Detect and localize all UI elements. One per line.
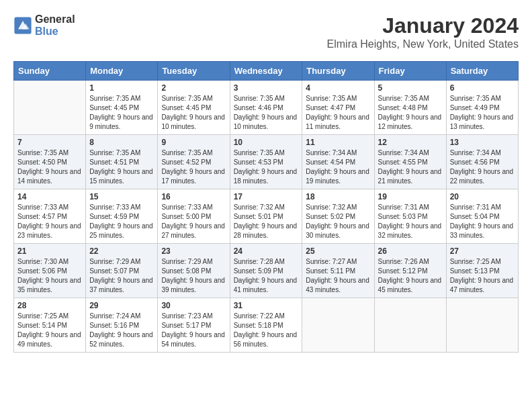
day-number: 23 bbox=[161, 246, 226, 256]
day-info: Sunrise: 7:32 AMSunset: 5:02 PMDaylight:… bbox=[306, 203, 370, 240]
day-info: Sunrise: 7:33 AMSunset: 4:57 PMDaylight:… bbox=[17, 203, 82, 240]
day-number: 7 bbox=[17, 138, 82, 147]
day-number: 14 bbox=[17, 192, 82, 201]
calendar-cell: 15Sunrise: 7:33 AMSunset: 4:59 PMDayligh… bbox=[86, 189, 158, 244]
day-info: Sunrise: 7:28 AMSunset: 5:09 PMDaylight:… bbox=[234, 257, 299, 295]
day-info: Sunrise: 7:31 AMSunset: 5:03 PMDaylight:… bbox=[378, 203, 443, 240]
day-info: Sunrise: 7:35 AMSunset: 4:46 PMDaylight:… bbox=[234, 94, 299, 132]
day-number: 5 bbox=[378, 83, 443, 93]
day-number: 10 bbox=[234, 138, 299, 147]
day-number: 27 bbox=[450, 246, 515, 256]
calendar-cell: 24Sunrise: 7:28 AMSunset: 5:09 PMDayligh… bbox=[230, 244, 302, 298]
day-number: 30 bbox=[161, 301, 226, 310]
day-info: Sunrise: 7:29 AMSunset: 5:08 PMDaylight:… bbox=[161, 257, 226, 295]
day-number: 4 bbox=[306, 83, 370, 93]
calendar-week-5: 28Sunrise: 7:25 AMSunset: 5:14 PMDayligh… bbox=[14, 298, 519, 353]
calendar-cell bbox=[14, 81, 86, 135]
month-title: January 2024 bbox=[327, 13, 519, 38]
day-info: Sunrise: 7:35 AMSunset: 4:48 PMDaylight:… bbox=[378, 94, 443, 132]
header-sunday: Sunday bbox=[14, 62, 86, 81]
day-info: Sunrise: 7:35 AMSunset: 4:50 PMDaylight:… bbox=[17, 148, 82, 186]
header-saturday: Saturday bbox=[446, 62, 518, 81]
calendar-cell: 26Sunrise: 7:26 AMSunset: 5:12 PMDayligh… bbox=[374, 244, 446, 298]
calendar-cell: 14Sunrise: 7:33 AMSunset: 4:57 PMDayligh… bbox=[14, 189, 86, 244]
header-monday: Monday bbox=[86, 62, 158, 81]
day-info: Sunrise: 7:34 AMSunset: 4:56 PMDaylight:… bbox=[450, 148, 515, 186]
day-number: 9 bbox=[161, 138, 226, 147]
day-number: 8 bbox=[89, 138, 154, 147]
logo-icon bbox=[13, 16, 32, 35]
day-number: 17 bbox=[234, 192, 299, 201]
day-number: 24 bbox=[234, 246, 299, 256]
day-info: Sunrise: 7:33 AMSunset: 5:00 PMDaylight:… bbox=[161, 203, 226, 240]
day-info: Sunrise: 7:25 AMSunset: 5:14 PMDaylight:… bbox=[17, 312, 82, 349]
title-section: January 2024 Elmira Heights, New York, U… bbox=[327, 13, 519, 50]
calendar-cell: 25Sunrise: 7:27 AMSunset: 5:11 PMDayligh… bbox=[302, 244, 374, 298]
logo: General Blue bbox=[13, 13, 75, 38]
day-number: 20 bbox=[450, 192, 515, 201]
calendar-cell: 21Sunrise: 7:30 AMSunset: 5:06 PMDayligh… bbox=[14, 244, 86, 298]
day-number: 16 bbox=[161, 192, 226, 201]
calendar-cell: 6Sunrise: 7:35 AMSunset: 4:49 PMDaylight… bbox=[446, 81, 518, 135]
header-friday: Friday bbox=[374, 62, 446, 81]
day-number: 15 bbox=[89, 192, 154, 201]
calendar-cell: 31Sunrise: 7:22 AMSunset: 5:18 PMDayligh… bbox=[230, 298, 302, 353]
calendar-week-4: 21Sunrise: 7:30 AMSunset: 5:06 PMDayligh… bbox=[14, 244, 519, 298]
calendar-cell: 11Sunrise: 7:34 AMSunset: 4:54 PMDayligh… bbox=[302, 135, 374, 189]
day-info: Sunrise: 7:34 AMSunset: 4:55 PMDaylight:… bbox=[378, 148, 443, 186]
calendar-cell: 13Sunrise: 7:34 AMSunset: 4:56 PMDayligh… bbox=[446, 135, 518, 189]
day-info: Sunrise: 7:25 AMSunset: 5:13 PMDaylight:… bbox=[450, 257, 515, 295]
calendar-cell: 2Sunrise: 7:35 AMSunset: 4:45 PMDaylight… bbox=[158, 81, 230, 135]
day-number: 21 bbox=[17, 246, 82, 256]
calendar-cell: 18Sunrise: 7:32 AMSunset: 5:02 PMDayligh… bbox=[302, 189, 374, 244]
day-info: Sunrise: 7:35 AMSunset: 4:53 PMDaylight:… bbox=[234, 148, 299, 186]
calendar-cell: 20Sunrise: 7:31 AMSunset: 5:04 PMDayligh… bbox=[446, 189, 518, 244]
calendar-cell: 29Sunrise: 7:24 AMSunset: 5:16 PMDayligh… bbox=[86, 298, 158, 353]
calendar-header-row: SundayMondayTuesdayWednesdayThursdayFrid… bbox=[14, 62, 519, 81]
page-header: General Blue January 2024 Elmira Heights… bbox=[13, 13, 519, 50]
calendar-week-1: 1Sunrise: 7:35 AMSunset: 4:45 PMDaylight… bbox=[14, 81, 519, 135]
day-number: 2 bbox=[161, 83, 226, 93]
calendar-cell: 7Sunrise: 7:35 AMSunset: 4:50 PMDaylight… bbox=[14, 135, 86, 189]
calendar-table: SundayMondayTuesdayWednesdayThursdayFrid… bbox=[13, 61, 519, 353]
calendar-cell: 17Sunrise: 7:32 AMSunset: 5:01 PMDayligh… bbox=[230, 189, 302, 244]
day-number: 13 bbox=[450, 138, 515, 147]
day-number: 19 bbox=[378, 192, 443, 201]
calendar-week-2: 7Sunrise: 7:35 AMSunset: 4:50 PMDaylight… bbox=[14, 135, 519, 189]
calendar-cell: 9Sunrise: 7:35 AMSunset: 4:52 PMDaylight… bbox=[158, 135, 230, 189]
day-number: 11 bbox=[306, 138, 370, 147]
day-number: 3 bbox=[234, 83, 299, 93]
day-info: Sunrise: 7:32 AMSunset: 5:01 PMDaylight:… bbox=[234, 203, 299, 240]
day-info: Sunrise: 7:22 AMSunset: 5:18 PMDaylight:… bbox=[234, 312, 299, 349]
day-info: Sunrise: 7:35 AMSunset: 4:45 PMDaylight:… bbox=[161, 94, 226, 132]
day-number: 26 bbox=[378, 246, 443, 256]
day-info: Sunrise: 7:24 AMSunset: 5:16 PMDaylight:… bbox=[89, 312, 154, 349]
day-info: Sunrise: 7:26 AMSunset: 5:12 PMDaylight:… bbox=[378, 257, 443, 295]
day-info: Sunrise: 7:35 AMSunset: 4:47 PMDaylight:… bbox=[306, 94, 370, 132]
calendar-cell: 27Sunrise: 7:25 AMSunset: 5:13 PMDayligh… bbox=[446, 244, 518, 298]
day-info: Sunrise: 7:34 AMSunset: 4:54 PMDaylight:… bbox=[306, 148, 370, 186]
day-number: 6 bbox=[450, 83, 515, 93]
calendar-cell bbox=[302, 298, 374, 353]
day-info: Sunrise: 7:27 AMSunset: 5:11 PMDaylight:… bbox=[306, 257, 370, 295]
day-number: 22 bbox=[89, 246, 154, 256]
calendar-week-3: 14Sunrise: 7:33 AMSunset: 4:57 PMDayligh… bbox=[14, 189, 519, 244]
calendar-cell: 30Sunrise: 7:23 AMSunset: 5:17 PMDayligh… bbox=[158, 298, 230, 353]
header-tuesday: Tuesday bbox=[158, 62, 230, 81]
day-number: 1 bbox=[89, 83, 154, 93]
day-info: Sunrise: 7:35 AMSunset: 4:52 PMDaylight:… bbox=[161, 148, 226, 186]
calendar-cell: 3Sunrise: 7:35 AMSunset: 4:46 PMDaylight… bbox=[230, 81, 302, 135]
calendar-cell: 5Sunrise: 7:35 AMSunset: 4:48 PMDaylight… bbox=[374, 81, 446, 135]
calendar-cell: 19Sunrise: 7:31 AMSunset: 5:03 PMDayligh… bbox=[374, 189, 446, 244]
day-info: Sunrise: 7:35 AMSunset: 4:51 PMDaylight:… bbox=[89, 148, 154, 186]
calendar-cell: 10Sunrise: 7:35 AMSunset: 4:53 PMDayligh… bbox=[230, 135, 302, 189]
day-number: 12 bbox=[378, 138, 443, 147]
calendar-cell: 1Sunrise: 7:35 AMSunset: 4:45 PMDaylight… bbox=[86, 81, 158, 135]
day-info: Sunrise: 7:35 AMSunset: 4:49 PMDaylight:… bbox=[450, 94, 515, 132]
calendar-cell: 23Sunrise: 7:29 AMSunset: 5:08 PMDayligh… bbox=[158, 244, 230, 298]
header-thursday: Thursday bbox=[302, 62, 374, 81]
day-info: Sunrise: 7:30 AMSunset: 5:06 PMDaylight:… bbox=[17, 257, 82, 295]
header-wednesday: Wednesday bbox=[230, 62, 302, 81]
calendar-cell: 16Sunrise: 7:33 AMSunset: 5:00 PMDayligh… bbox=[158, 189, 230, 244]
day-info: Sunrise: 7:33 AMSunset: 4:59 PMDaylight:… bbox=[89, 203, 154, 240]
